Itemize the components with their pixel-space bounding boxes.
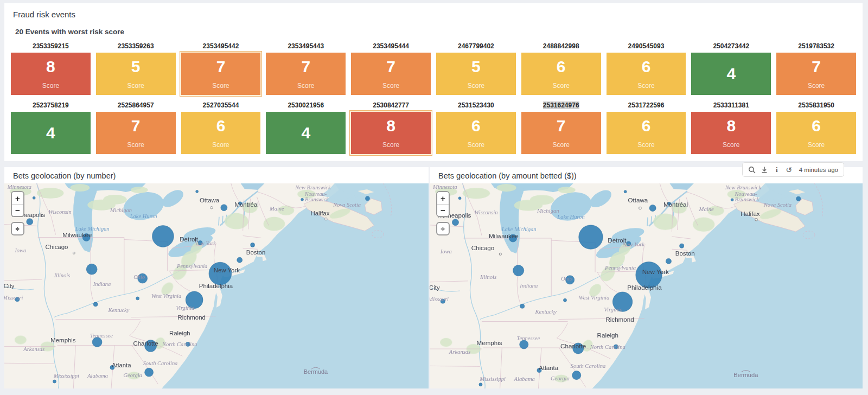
map-locate-button[interactable]: ⌖: [436, 222, 450, 235]
bet-bubble[interactable]: [666, 258, 671, 264]
map-by-amount[interactable]: + − ⌖: [430, 183, 863, 388]
search-icon[interactable]: [748, 165, 756, 174]
event-cell: 2527035544 6 Score: [181, 101, 261, 154]
bet-bubble[interactable]: [86, 264, 97, 275]
city-label: Charlotte: [560, 342, 586, 349]
state-label: Missouri: [4, 295, 23, 301]
bet-bubble[interactable]: [796, 196, 801, 201]
bet-bubble[interactable]: [731, 199, 733, 201]
refresh-history-icon[interactable]: ↺: [785, 165, 792, 174]
event-id: 2519783532: [776, 42, 856, 53]
score-value: 7: [131, 118, 141, 134]
bet-bubble[interactable]: [513, 265, 524, 276]
score-card[interactable]: 4 Score: [266, 112, 346, 154]
state-label: North Carolina: [590, 344, 626, 350]
event-id: 2353495443: [266, 42, 346, 53]
state-label: Ohio: [561, 276, 572, 282]
bet-bubble[interactable]: [237, 257, 242, 263]
bet-bubble[interactable]: [301, 198, 304, 201]
map-by-number[interactable]: + − ⌖: [4, 183, 429, 388]
event-id: 2525864957: [96, 101, 176, 112]
score-card[interactable]: 6 Score: [181, 112, 261, 154]
score-card[interactable]: 7 Score: [181, 53, 261, 95]
bet-bubble[interactable]: [196, 190, 199, 193]
city-label: Milwaukee: [62, 232, 92, 238]
score-card[interactable]: 8 Score: [351, 112, 431, 154]
map-locate-button[interactable]: ⌖: [11, 222, 24, 235]
bet-bubble[interactable]: [33, 196, 35, 199]
score-label: Score: [637, 141, 654, 149]
state-label: Missouri: [430, 296, 449, 302]
state-label: Arkansas: [23, 346, 44, 352]
bet-bubble[interactable]: [152, 226, 174, 247]
map-canvas[interactable]: MinnesotaWisconsinMichiganIowaIllinoisIn…: [430, 183, 863, 388]
state-label: Arkansas: [449, 349, 470, 355]
bet-bubble[interactable]: [579, 225, 603, 249]
bet-bubble[interactable]: [458, 197, 461, 200]
city-label: Chicago: [471, 244, 495, 251]
state-label: New Brunswick: [295, 184, 331, 190]
map-zoom-in-button[interactable]: +: [437, 192, 449, 204]
map-zoom-in-button[interactable]: +: [12, 192, 23, 204]
score-card[interactable]: 8 Score: [691, 112, 771, 154]
score-label: Score: [42, 82, 59, 90]
event-cell: 2530842777 8 Score: [351, 101, 431, 154]
bet-bubble[interactable]: [680, 244, 684, 248]
map-zoom-out-button[interactable]: −: [437, 204, 449, 216]
state-label: Pennsylvania: [604, 265, 636, 271]
score-card[interactable]: 6 Score: [776, 112, 856, 154]
state-label: Illinois: [54, 272, 71, 278]
map-canvas[interactable]: MinnesotaWisconsinMichiganIowaIllinoisIn…: [4, 183, 429, 388]
score-card[interactable]: 7 Score: [521, 112, 601, 154]
water-label: Lake Michigan: [75, 226, 110, 232]
bet-bubble[interactable]: [520, 304, 525, 308]
score-label: Score: [468, 141, 484, 149]
score-value: 8: [46, 59, 55, 75]
bet-bubble[interactable]: [145, 368, 154, 377]
score-card[interactable]: 6 Score: [436, 112, 516, 154]
state-label: Iowa: [440, 249, 452, 254]
bet-bubble[interactable]: [563, 298, 566, 302]
event-cell: 2488842998 6 Score: [521, 42, 601, 95]
bet-bubble[interactable]: [624, 190, 627, 193]
map-zoom-out-button[interactable]: −: [12, 204, 23, 216]
score-label: Score: [127, 141, 144, 149]
bet-bubble[interactable]: [221, 205, 227, 211]
state-label: Brunswick: [305, 196, 329, 202]
bet-bubble[interactable]: [136, 297, 139, 300]
city-label: Chicago: [46, 244, 68, 250]
score-card[interactable]: 5 Score: [96, 53, 176, 95]
score-card[interactable]: 7 Score: [266, 53, 346, 95]
bet-bubble[interactable]: [479, 383, 482, 386]
score-label: Score: [808, 82, 825, 90]
state-label: Kentucky: [107, 307, 129, 313]
bet-bubble[interactable]: [53, 380, 56, 383]
download-icon[interactable]: [761, 165, 768, 174]
score-card[interactable]: 4 Score: [691, 53, 771, 95]
bet-bubble[interactable]: [93, 302, 98, 307]
bet-bubble[interactable]: [365, 196, 369, 201]
score-card[interactable]: 7 Score: [351, 53, 431, 95]
info-icon[interactable]: i: [773, 165, 780, 174]
city-label: Ottawa: [200, 197, 220, 203]
score-card[interactable]: 7 Score: [776, 53, 856, 95]
state-label: Iowa: [14, 247, 26, 253]
score-card[interactable]: 6 Score: [607, 112, 686, 154]
bet-bubble[interactable]: [649, 205, 656, 211]
bet-bubble[interactable]: [27, 219, 33, 225]
city-label: Richmond: [177, 314, 205, 321]
bet-bubble[interactable]: [520, 340, 528, 349]
bet-bubble[interactable]: [572, 371, 581, 379]
score-card[interactable]: 8 Score: [11, 53, 91, 95]
score-card[interactable]: 5 Score: [436, 53, 516, 95]
bet-bubble[interactable]: [251, 243, 255, 247]
score-card[interactable]: 4 Score: [11, 112, 91, 154]
score-card[interactable]: 6 Score: [521, 53, 601, 95]
bet-bubble[interactable]: [452, 219, 458, 226]
state-label: Alabama: [514, 376, 535, 382]
score-label: Score: [212, 141, 229, 149]
city-label: Philadelphia: [199, 283, 233, 289]
score-card[interactable]: 6 Score: [607, 53, 686, 95]
event-cell: 2490545093 6 Score: [607, 42, 686, 95]
score-card[interactable]: 7 Score: [96, 112, 176, 154]
